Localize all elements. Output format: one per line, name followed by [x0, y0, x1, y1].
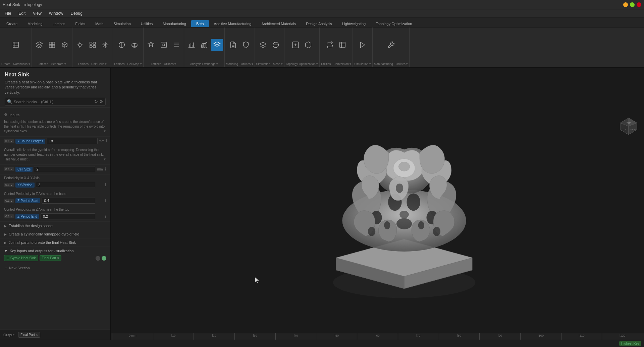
- menu-view[interactable]: View: [30, 10, 45, 16]
- modeling-util-2-icon[interactable]: [240, 39, 252, 51]
- topo-2-icon[interactable]: [302, 39, 314, 51]
- viz-tag-gyroid[interactable]: ⊞ Gyroid Heat Sink: [4, 255, 38, 261]
- search-bar[interactable]: 🔍 ↻ ⚙: [5, 98, 106, 106]
- mfg-util-icon[interactable]: [385, 39, 397, 51]
- sim-mesh-2-icon[interactable]: [270, 39, 282, 51]
- analysis-2-icon[interactable]: [198, 39, 210, 51]
- notebook-icon[interactable]: [10, 39, 22, 51]
- svg-point-36: [433, 227, 440, 236]
- tab-simulation[interactable]: Simulation: [108, 20, 136, 27]
- close-button[interactable]: [637, 2, 641, 7]
- status-right: Highest Res: [619, 341, 641, 346]
- unit-cell-3-icon[interactable]: [99, 39, 111, 51]
- viz-section-header[interactable]: Key inputs and outputs for visualization: [4, 249, 106, 253]
- svg-text:FRONT: FRONT: [630, 129, 636, 131]
- simulation-icon[interactable]: [357, 39, 369, 51]
- topo-icon[interactable]: [289, 39, 302, 51]
- svg-point-40: [396, 184, 403, 193]
- unit-cell-2-icon[interactable]: [87, 39, 99, 51]
- nav-cube[interactable]: TOP LEFT FRONT: [619, 116, 639, 136]
- svg-rect-4: [49, 42, 51, 45]
- tab-math[interactable]: Math: [90, 20, 108, 27]
- ruler-20: |20: [194, 333, 234, 340]
- cell-size-unit: mm: [97, 167, 103, 171]
- param-block-xy-period-section: Periodicity in X & Y Axis 0.1 ∨ XY-Perio…: [0, 175, 110, 190]
- tab-topology[interactable]: Topology Optimization: [371, 20, 417, 27]
- cellmap-icon[interactable]: [116, 39, 128, 51]
- minimize-button[interactable]: [623, 2, 628, 7]
- unit-cell-icon[interactable]: [74, 39, 86, 51]
- toolbar-group-conversion: Utilities - Conversion ▾: [320, 27, 353, 67]
- tab-additive[interactable]: Additive Manufacturing: [209, 20, 257, 27]
- viz-ctrl-circle-button[interactable]: [96, 256, 100, 261]
- tab-lightweighting[interactable]: Lightweighting: [337, 20, 371, 27]
- output-tag[interactable]: Final Part ×: [18, 332, 40, 338]
- tab-beta[interactable]: Beta: [191, 20, 209, 27]
- analysis-active-icon[interactable]: [211, 39, 223, 51]
- menu-file[interactable]: File: [1, 10, 14, 16]
- conversion-2-icon[interactable]: [336, 39, 348, 51]
- menu-debug[interactable]: Debug: [67, 10, 86, 16]
- z-start-info-icon[interactable]: ℹ: [105, 198, 106, 203]
- lattice-util-2-icon[interactable]: [158, 39, 170, 51]
- resolution-badge[interactable]: Highest Res: [619, 341, 641, 346]
- viz-tag-final-close[interactable]: ×: [57, 256, 59, 260]
- modeling-util-icon[interactable]: [227, 39, 239, 51]
- cellmap-2-icon[interactable]: [128, 39, 141, 51]
- maximize-button[interactable]: [630, 2, 635, 7]
- tab-fields[interactable]: Fields: [70, 20, 90, 27]
- tab-utilities[interactable]: Utilities: [136, 20, 158, 27]
- section-join-parts[interactable]: Join all parts to create the final Heat …: [0, 238, 110, 247]
- viz-controls: [96, 256, 106, 261]
- svg-rect-0: [13, 42, 19, 48]
- settings-icon[interactable]: ⚙: [99, 99, 103, 104]
- section-gyroid-field[interactable]: Create a cylindrically remapped gyroid f…: [0, 230, 110, 238]
- lattice-box-icon[interactable]: [59, 39, 71, 51]
- y-bound-input[interactable]: [47, 138, 98, 144]
- cell-size-info-icon[interactable]: ℹ: [105, 167, 106, 171]
- analysis-icon[interactable]: [185, 39, 198, 51]
- lattice-3d-icon[interactable]: [33, 39, 45, 51]
- viz-tag-gyroid-label: Gyroid Heat Sink: [10, 256, 36, 260]
- y-bound-info-icon[interactable]: ℹ: [106, 139, 107, 143]
- svg-rect-6: [49, 45, 51, 48]
- cell-size-input[interactable]: [34, 166, 95, 172]
- refresh-icon[interactable]: ↻: [94, 99, 98, 104]
- ruler-10: |10: [153, 333, 194, 340]
- viewport[interactable]: TOP LEFT FRONT: [111, 68, 644, 340]
- tab-manufacturing[interactable]: Manufacturing: [158, 20, 191, 27]
- expand-fins-button[interactable]: ▼: [103, 129, 106, 134]
- svg-rect-5: [52, 42, 54, 45]
- new-section-button[interactable]: ＋ New Section: [0, 263, 110, 272]
- viz-ctrl-filled-button[interactable]: [102, 256, 106, 261]
- lattice-util-icon[interactable]: [145, 39, 157, 51]
- menu-window[interactable]: Window: [46, 10, 67, 16]
- tab-modeling[interactable]: Modeling: [22, 20, 48, 27]
- sim-mesh-icon[interactable]: [257, 39, 269, 51]
- tab-design-analysis[interactable]: Design Analysis: [301, 20, 337, 27]
- conversion-icon[interactable]: [324, 39, 336, 51]
- menu-edit[interactable]: Edit: [15, 10, 29, 16]
- lattice-util-3-icon[interactable]: [170, 39, 182, 51]
- toolbar-group-cell-map: Lattices - Cell Map ▾: [113, 27, 144, 67]
- toolbar-group-lattice-util: Lattices - Utilities ▾: [144, 27, 184, 67]
- expand-cell-button[interactable]: ▼: [103, 157, 106, 162]
- output-tag-close[interactable]: ×: [36, 333, 38, 337]
- tab-create[interactable]: Create: [1, 20, 22, 27]
- chevron-design-space: [4, 224, 7, 228]
- section-design-space[interactable]: Establish the design space: [0, 222, 110, 230]
- z-start-input[interactable]: [42, 198, 95, 204]
- lattice-wire-icon[interactable]: [46, 39, 58, 51]
- z-end-input[interactable]: [41, 213, 95, 219]
- z-end-info-icon[interactable]: ℹ: [105, 214, 106, 219]
- search-input[interactable]: [14, 100, 93, 104]
- tab-lattices[interactable]: Lattices: [48, 20, 70, 27]
- panel-header: Heat Sink Creates a heat sink on a base …: [0, 68, 110, 108]
- modeling-util-label: Modeling - Utilities ▾: [226, 61, 253, 66]
- viz-tag-final-part[interactable]: Final Part ×: [40, 255, 62, 261]
- xy-period-info-icon[interactable]: ℹ: [105, 183, 106, 187]
- panel-description: Creates a heat sink on a base plate with…: [5, 80, 106, 95]
- tab-architected[interactable]: Architected Materials: [256, 20, 301, 27]
- viewport-cursor: [255, 277, 260, 282]
- xy-period-input[interactable]: [36, 182, 95, 188]
